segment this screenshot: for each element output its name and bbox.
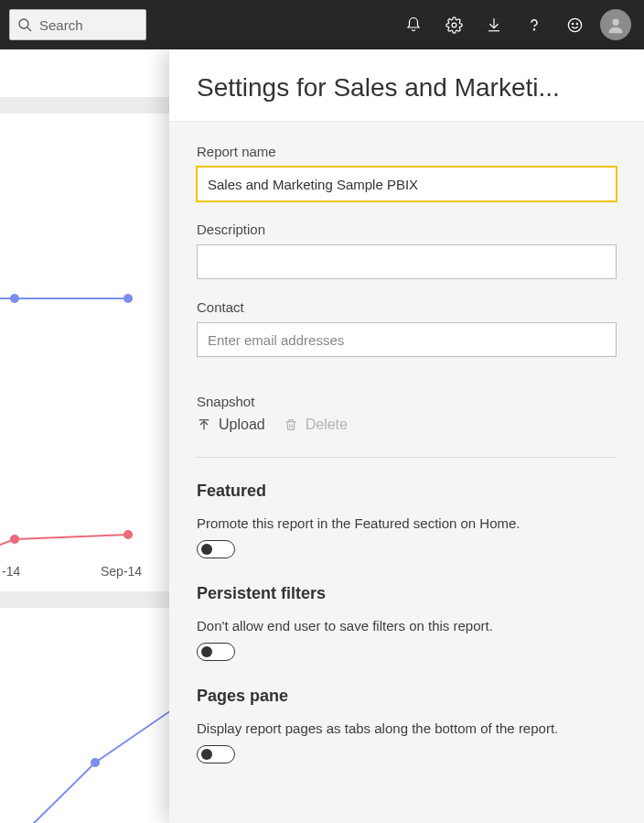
pages-toggle[interactable]: [197, 745, 235, 763]
trash-icon: [284, 417, 298, 432]
contact-label: Contact: [197, 299, 617, 315]
bg-chart-1: [0, 233, 183, 416]
question-icon: [526, 16, 542, 33]
delete-label: Delete: [306, 417, 348, 433]
report-name-input[interactable]: [197, 167, 617, 201]
settings-button[interactable]: [434, 0, 474, 49]
axis-label: -14: [2, 564, 20, 579]
snapshot-actions: Upload Delete: [197, 417, 617, 433]
svg-point-13: [91, 758, 100, 767]
svg-point-6: [576, 23, 577, 24]
notifications-button[interactable]: [393, 0, 434, 49]
bell-icon: [405, 16, 422, 33]
axis-label: Sep-14: [101, 564, 142, 579]
search-input[interactable]: [39, 17, 138, 33]
svg-point-8: [10, 294, 19, 303]
upload-button[interactable]: Upload: [197, 417, 265, 433]
bg-chart-2: [0, 480, 183, 663]
upload-label: Upload: [219, 417, 265, 433]
svg-line-1: [27, 27, 31, 31]
smile-icon: [566, 16, 584, 34]
persistent-title: Persistent filters: [197, 584, 617, 603]
persistent-toggle[interactable]: [197, 643, 235, 661]
svg-point-10: [10, 535, 19, 544]
featured-toggle[interactable]: [197, 540, 235, 558]
upload-icon: [197, 417, 211, 432]
featured-title: Featured: [197, 482, 617, 501]
topbar-actions: [393, 0, 635, 49]
delete-button: Delete: [284, 417, 348, 433]
svg-point-4: [568, 18, 581, 31]
svg-point-3: [533, 29, 534, 30]
settings-panel: Settings for Sales and Marketi... Report…: [169, 49, 644, 823]
panel-title: Settings for Sales and Marketi...: [197, 73, 617, 103]
feedback-button[interactable]: [554, 0, 595, 49]
contact-input[interactable]: [197, 322, 617, 357]
persistent-desc: Don't allow end user to save filters on …: [197, 616, 617, 635]
user-avatar[interactable]: [600, 9, 631, 40]
divider: [197, 457, 617, 458]
search-box[interactable]: [9, 9, 146, 40]
download-button[interactable]: [474, 0, 514, 49]
svg-point-2: [452, 23, 456, 27]
panel-header: Settings for Sales and Marketi...: [169, 49, 644, 122]
description-label: Description: [197, 222, 617, 237]
panel-body[interactable]: Report name Description Contact Snapshot…: [169, 122, 644, 823]
svg-point-7: [612, 19, 618, 26]
snapshot-label: Snapshot: [197, 394, 617, 409]
featured-desc: Promote this report in the Featured sect…: [197, 514, 617, 533]
person-icon: [606, 15, 626, 35]
gear-icon: [445, 16, 463, 34]
search-icon: [17, 17, 32, 32]
svg-point-5: [572, 23, 573, 24]
svg-point-9: [123, 294, 133, 303]
svg-point-11: [123, 530, 133, 539]
svg-point-0: [19, 19, 28, 28]
bg-chart-3: [0, 644, 183, 823]
pages-desc: Display report pages as tabs along the b…: [197, 719, 617, 738]
download-icon: [486, 16, 502, 33]
description-input[interactable]: [197, 244, 617, 279]
help-button[interactable]: [514, 0, 554, 49]
pages-title: Pages pane: [197, 687, 617, 706]
top-bar: [0, 0, 644, 49]
report-name-label: Report name: [197, 144, 617, 159]
